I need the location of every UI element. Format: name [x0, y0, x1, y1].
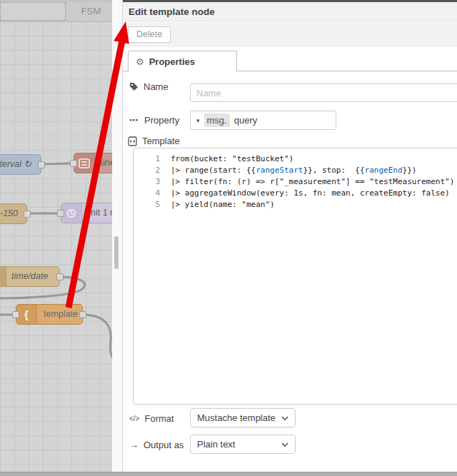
line-number: 4 [134, 188, 160, 199]
code-line[interactable]: 2|> range(start: {{rangeStart}}, stop: {… [134, 165, 457, 176]
template-doc-icon [128, 136, 137, 146]
caret-down-icon: ▾ [196, 117, 200, 124]
node-template-input-port[interactable] [12, 311, 19, 318]
node-interval-label: terval ↻ [0, 155, 41, 174]
node-limit-input-port[interactable] [57, 210, 64, 217]
code-line[interactable]: 1from(bucket: "testBucket") [134, 153, 457, 165]
timer-icon [61, 203, 82, 223]
brace-icon: { [16, 305, 37, 324]
panel-title: Edit template node [123, 2, 457, 21]
node-ms150[interactable]: s-150 [0, 203, 27, 224]
name-input[interactable] [190, 83, 457, 102]
delete-button[interactable]: Delete [128, 26, 171, 43]
property-field-label: ⋯ Property [129, 115, 179, 126]
code-icon: </> [129, 415, 139, 422]
window-bottom-strip [0, 472, 457, 476]
chevron-down-icon [281, 442, 288, 447]
node-interval[interactable]: terval ↻ [0, 154, 41, 175]
sine-wave-icon [74, 153, 95, 173]
flow-tab-active[interactable] [0, 2, 66, 21]
wire-interval-sinewave [44, 163, 70, 164]
workspace-scrollbar-thumb[interactable] [114, 236, 119, 269]
property-type-chip[interactable]: msg. [204, 113, 230, 127]
node-template-output-port[interactable] [79, 311, 86, 318]
code-line[interactable]: 5|> yield(name: "mean") [134, 199, 457, 211]
output-select-value: Plain text [197, 439, 235, 450]
edit-node-panel: Edit template node Delete ⚙ Properties N… [122, 0, 457, 472]
format-field-label: </> Format [129, 413, 174, 424]
tab-properties[interactable]: ⚙ Properties [128, 51, 237, 71]
node-timedate[interactable]: f time/date [0, 266, 60, 287]
arrow-right-icon: → [129, 440, 139, 450]
flow-workspace: terval ↻ sineW s-150 limit 1 ms f time/d… [0, 0, 112, 472]
output-field-label: → Output as [129, 440, 184, 450]
template-field-label: Template [128, 136, 180, 146]
node-sinewave[interactable]: sineW [74, 153, 112, 173]
line-number: 1 [134, 153, 160, 165]
line-number: 2 [134, 165, 160, 176]
node-template[interactable]: { template [16, 304, 83, 325]
flow-wires [0, 0, 112, 472]
tab-properties-label: Properties [149, 56, 195, 67]
panel-toolbar: Delete [123, 22, 457, 48]
gear-icon: ⚙ [136, 56, 144, 67]
code-text: |> filter(fn: (r) => r["_measurement"] =… [171, 176, 454, 188]
code-line[interactable]: 3|> filter(fn: (r) => r["_measurement"] … [134, 176, 457, 188]
property-typed-input[interactable]: ▾ msg. query [190, 111, 336, 130]
format-select-value: Mustache template [197, 412, 276, 423]
output-select[interactable]: Plain text [190, 435, 296, 454]
tag-icon [129, 82, 139, 91]
flow-tab-fsm[interactable]: FSM [66, 2, 112, 21]
template-code-editor[interactable]: 1from(bucket: "testBucket")2|> range(sta… [133, 148, 457, 405]
code-text: |> aggregateWindow(every: 1s, fn: mean, … [171, 188, 450, 199]
chevron-down-icon [281, 416, 288, 420]
workspace-scrollbar-track[interactable] [112, 0, 122, 472]
property-value[interactable]: query [234, 115, 258, 126]
line-number: 3 [134, 176, 160, 188]
code-text: |> yield(name: "mean") [171, 199, 275, 211]
node-sinewave-input-port[interactable] [70, 160, 77, 167]
line-number: 5 [134, 199, 160, 211]
node-interval-output-port[interactable] [38, 161, 45, 168]
wire-template-out [86, 315, 112, 362]
name-field-label: Name [129, 81, 169, 92]
ellipsis-icon: ⋯ [129, 115, 139, 126]
node-timedate-label: time/date [0, 267, 59, 286]
code-text: from(bucket: "testBucket") [171, 153, 293, 165]
node-ms150-label: s-150 [0, 204, 26, 223]
function-icon: f [0, 267, 6, 286]
format-select[interactable]: Mustache template [190, 408, 296, 427]
code-lines[interactable]: 1from(bucket: "testBucket")2|> range(sta… [134, 153, 457, 211]
code-text: |> range(start: {{rangeStart}}, stop: {{… [171, 165, 416, 176]
node-ms150-output-port[interactable] [24, 211, 31, 218]
node-timedate-output-port[interactable] [56, 273, 64, 280]
code-line[interactable]: 4|> aggregateWindow(every: 1s, fn: mean,… [134, 188, 457, 199]
flow-tabbar: FSM [0, 0, 112, 22]
node-limit[interactable]: limit 1 ms [61, 203, 112, 223]
panel-tabrow: ⚙ Properties [123, 47, 457, 71]
